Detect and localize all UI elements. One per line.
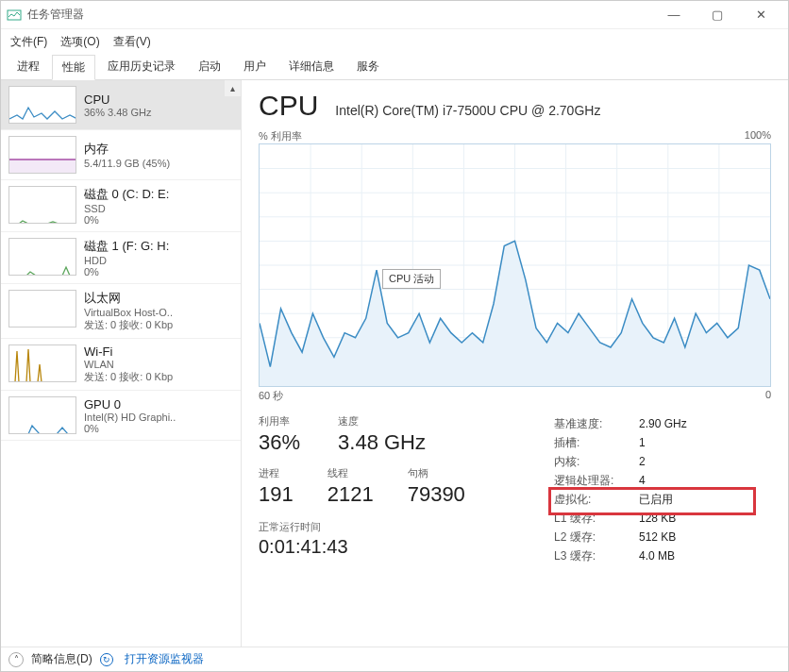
spec-basespeed-k: 基准速度:: [554, 416, 639, 432]
svg-rect-1: [9, 160, 76, 174]
thread-value: 2121: [327, 482, 374, 507]
sidebar-item-disk0[interactable]: 磁盘 0 (C: D: E: SSD 0%: [1, 180, 241, 232]
disk0-thumb-icon: [8, 186, 76, 224]
tab-app-history[interactable]: 应用历史记录: [97, 54, 186, 79]
minimize-button[interactable]: —: [652, 2, 696, 28]
spec-l1-k: L1 缓存:: [554, 511, 639, 527]
sidebar-wifi-title: Wi-Fi: [84, 344, 173, 359]
util-value: 36%: [259, 430, 300, 455]
cpu-thumb-icon: [8, 86, 76, 124]
spec-l3-k: L3 缓存:: [554, 548, 639, 564]
scroll-up-button[interactable]: ▴: [225, 80, 241, 96]
menu-view[interactable]: 查看(V): [113, 34, 151, 50]
sidebar-item-wifi[interactable]: Wi-Fi WLAN 发送: 0 接收: 0 Kbp: [1, 339, 241, 391]
disk1-thumb-icon: [8, 238, 76, 276]
tab-users[interactable]: 用户: [233, 54, 277, 79]
tab-performance[interactable]: 性能: [52, 55, 95, 80]
spec-l2-k: L2 缓存:: [554, 529, 639, 546]
fewer-details-label[interactable]: 简略信息(D): [31, 651, 92, 667]
chart-label-bottom-right: 0: [765, 389, 771, 403]
sidebar-memory-sub: 5.4/11.9 GB (45%): [84, 158, 170, 169]
menu-file[interactable]: 文件(F): [10, 34, 47, 50]
util-label: 利用率: [259, 414, 300, 428]
spec-l2-v: 512 KB: [639, 530, 676, 544]
stats-right: 基准速度:2.90 GHz 插槽:1 内核:2 逻辑处理器:4 虚拟化:已启用 …: [554, 414, 771, 565]
window-controls: — ▢ ✕: [652, 2, 782, 28]
sidebar-cpu-sub: 36% 3.48 GHz: [84, 107, 152, 118]
ethernet-thumb-icon: [8, 290, 76, 328]
content: ▴ CPU 36% 3.48 GHz 内存 5.4/11.9 GB (45%): [1, 80, 788, 647]
sidebar-item-ethernet[interactable]: 以太网 VirtualBox Host-O.. 发送: 0 接收: 0 Kbp: [1, 284, 241, 339]
sidebar-disk0-sub: SSD: [84, 203, 169, 214]
chart-label-top-left: % 利用率: [259, 129, 302, 143]
tab-startup[interactable]: 启动: [188, 54, 231, 79]
tab-services[interactable]: 服务: [346, 54, 390, 79]
tab-details[interactable]: 详细信息: [278, 54, 344, 79]
spec-l1-v: 128 KB: [639, 512, 676, 525]
maximize-button[interactable]: ▢: [696, 2, 739, 28]
sidebar-disk1-sub: HDD: [84, 255, 169, 266]
handle-label: 句柄: [408, 466, 465, 480]
spec-logical-k: 逻辑处理器:: [554, 473, 639, 489]
footer: ˄ 简略信息(D) ↻ 打开资源监视器: [1, 647, 788, 671]
sidebar-memory-title: 内存: [84, 141, 170, 158]
titlebar: 任务管理器 — ▢ ✕: [1, 1, 788, 29]
sidebar-cpu-title: CPU: [84, 92, 152, 107]
sidebar-ethernet-title: 以太网: [84, 290, 173, 307]
cpu-chart[interactable]: CPU 活动: [259, 143, 771, 387]
uptime-value: 0:01:41:43: [259, 536, 528, 558]
sidebar-gpu0-title: GPU 0: [84, 397, 176, 412]
memory-thumb-icon: [8, 136, 76, 174]
sidebar-gpu0-sub: Intel(R) HD Graphi..: [84, 412, 176, 423]
sidebar-item-gpu0[interactable]: GPU 0 Intel(R) HD Graphi.. 0%: [1, 391, 241, 441]
cpu-model: Intel(R) Core(TM) i7-7500U CPU @ 2.70GHz: [335, 103, 600, 118]
stats-left: 利用率 36% 速度 3.48 GHz 进程 191 线程 21: [259, 414, 528, 565]
sidebar-gpu0-sub2: 0%: [84, 423, 176, 434]
svg-rect-0: [8, 10, 21, 20]
spec-logical-v: 4: [639, 474, 646, 487]
sidebar[interactable]: ▴ CPU 36% 3.48 GHz 内存 5.4/11.9 GB (45%): [1, 80, 242, 647]
chart-tooltip: CPU 活动: [382, 269, 441, 289]
proc-value: 191: [259, 482, 294, 507]
sidebar-item-memory[interactable]: 内存 5.4/11.9 GB (45%): [1, 130, 241, 180]
spec-sockets-k: 插槽:: [554, 435, 639, 451]
spec-cores-v: 2: [639, 455, 646, 468]
sidebar-item-disk1[interactable]: 磁盘 1 (F: G: H: HDD 0%: [1, 232, 241, 284]
stats: 利用率 36% 速度 3.48 GHz 进程 191 线程 21: [259, 414, 771, 565]
sidebar-disk0-title: 磁盘 0 (C: D: E:: [84, 186, 169, 203]
main-panel: CPU Intel(R) Core(TM) i7-7500U CPU @ 2.7…: [242, 80, 788, 647]
cpu-heading-row: CPU Intel(R) Core(TM) i7-7500U CPU @ 2.7…: [259, 90, 771, 122]
sidebar-ethernet-sub: VirtualBox Host-O..: [84, 307, 173, 318]
close-button[interactable]: ✕: [739, 2, 782, 28]
speed-value: 3.48 GHz: [338, 430, 426, 455]
spec-cores-k: 内核:: [554, 454, 639, 470]
window-title: 任务管理器: [27, 7, 652, 23]
open-resource-monitor-link[interactable]: 打开资源监视器: [125, 651, 204, 667]
chart-label-bottom-left: 60 秒: [259, 389, 283, 403]
chart-label-top-right: 100%: [745, 129, 771, 143]
sidebar-disk0-sub2: 0%: [84, 214, 169, 226]
sidebar-disk1-title: 磁盘 1 (F: G: H:: [84, 238, 169, 255]
handle-value: 79390: [408, 482, 465, 507]
sidebar-wifi-sub2: 发送: 0 接收: 0 Kbp: [84, 370, 173, 384]
proc-label: 进程: [259, 466, 294, 480]
spec-l3-v: 4.0 MB: [639, 549, 675, 563]
tab-processes[interactable]: 进程: [7, 54, 50, 79]
spec-sockets-v: 1: [639, 436, 646, 449]
fewer-details-icon[interactable]: ˄: [8, 652, 24, 667]
spec-virt-k: 虚拟化:: [554, 492, 639, 508]
menu-options[interactable]: 选项(O): [60, 34, 99, 50]
resource-monitor-icon[interactable]: ↻: [100, 653, 113, 666]
sidebar-wifi-sub: WLAN: [84, 359, 173, 370]
task-manager-icon: [7, 8, 22, 23]
cpu-heading: CPU: [259, 90, 318, 122]
sidebar-ethernet-sub2: 发送: 0 接收: 0 Kbp: [84, 318, 173, 332]
gpu-thumb-icon: [8, 396, 76, 434]
uptime-label: 正常运行时间: [259, 520, 528, 534]
tabbar: 进程 性能 应用历史记录 启动 用户 详细信息 服务: [1, 54, 788, 80]
spec-basespeed-v: 2.90 GHz: [639, 417, 687, 430]
sidebar-item-cpu[interactable]: CPU 36% 3.48 GHz: [1, 80, 241, 130]
thread-label: 线程: [327, 466, 374, 480]
menubar: 文件(F) 选项(O) 查看(V): [1, 29, 788, 54]
speed-label: 速度: [338, 414, 426, 428]
